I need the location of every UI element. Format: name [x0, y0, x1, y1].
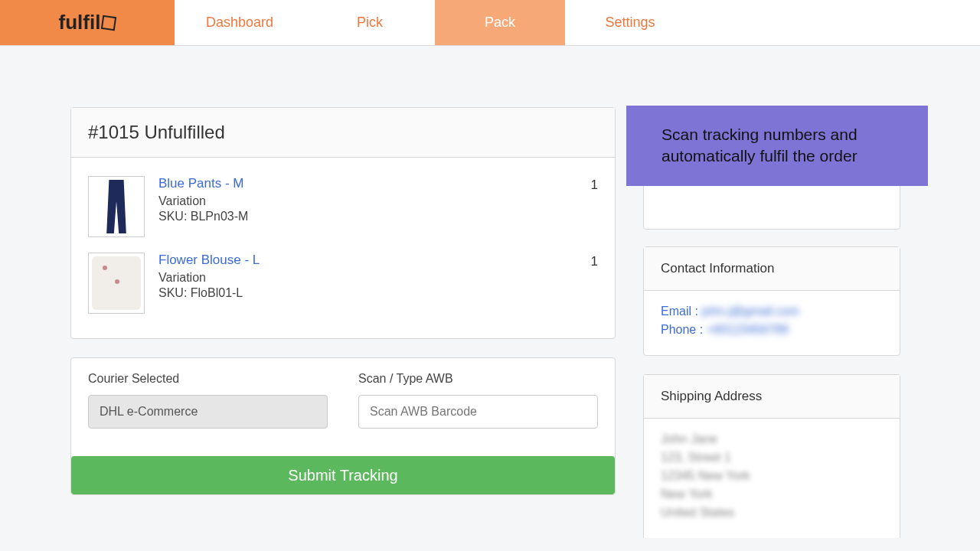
contact-email-line: Email : john.j@gmail.com	[661, 305, 883, 318]
awb-group: Scan / Type AWB	[358, 372, 598, 429]
nav-pick[interactable]: Pick	[305, 0, 435, 45]
submit-tracking-button[interactable]: Submit Tracking	[71, 456, 615, 494]
contact-card-body: Email : john.j@gmail.com Phone : +601234…	[644, 291, 900, 355]
main-column: #1015 Unfulfilled Blue Pants - M Variati…	[70, 107, 616, 514]
courier-card-body: Courier Selected Scan / Type AWB	[71, 358, 615, 442]
product-link[interactable]: Flower Blouse - L	[158, 253, 260, 268]
cart-icon	[101, 15, 116, 30]
shipping-card-body: John Jane 123, Street 1 12345 New York N…	[644, 419, 900, 538]
email-value: john.j@gmail.com	[701, 305, 799, 318]
blouse-icon	[92, 256, 141, 310]
shipping-line: 123, Street 1	[661, 451, 883, 465]
shipping-card: Shipping Address John Jane 123, Street 1…	[643, 374, 900, 538]
pants-icon	[92, 180, 141, 233]
order-card: #1015 Unfulfilled Blue Pants - M Variati…	[70, 107, 616, 339]
order-title: #1015 Unfulfilled	[88, 122, 598, 143]
phone-value: +60123456789	[707, 323, 789, 336]
brand-text: fulfil	[59, 11, 101, 34]
product-sku: SKU: FloBl01-L	[158, 286, 561, 300]
courier-selected-group: Courier Selected	[88, 372, 328, 429]
product-thumbnail	[88, 176, 145, 237]
product-thumbnail	[88, 253, 145, 314]
feature-callout: Scan tracking numbers and automatically …	[626, 106, 928, 186]
courier-card: Courier Selected Scan / Type AWB Submit …	[70, 357, 616, 495]
product-variation: Variation	[158, 194, 561, 208]
line-item: Blue Pants - M Variation SKU: BLPn03-M 1	[88, 171, 598, 248]
nav-label: Settings	[605, 15, 655, 31]
top-navbar: fulfil Dashboard Pick Pack Settings	[0, 0, 980, 46]
shipping-line: New York	[661, 487, 883, 501]
awb-input[interactable]	[358, 395, 598, 429]
side-column: Scan tracking numbers and automatically …	[643, 107, 900, 551]
item-quantity: 1	[575, 253, 598, 269]
contact-title: Contact Information	[661, 261, 883, 276]
contact-phone-line: Phone : +60123456789	[661, 323, 883, 337]
product-link[interactable]: Blue Pants - M	[158, 176, 244, 191]
nav-settings[interactable]: Settings	[565, 0, 695, 45]
nav-dashboard[interactable]: Dashboard	[175, 0, 305, 45]
shipping-title: Shipping Address	[661, 389, 883, 404]
shipping-line: John Jane	[661, 432, 883, 446]
contact-card-header: Contact Information	[644, 247, 900, 291]
contact-card: Contact Information Email : john.j@gmail…	[643, 246, 900, 356]
order-card-header: #1015 Unfulfilled	[71, 108, 615, 158]
shipping-line: 12345 New York	[661, 469, 883, 483]
order-items-body: Blue Pants - M Variation SKU: BLPn03-M 1…	[71, 158, 615, 338]
item-info: Blue Pants - M Variation SKU: BLPn03-M	[158, 176, 561, 225]
nav-pack[interactable]: Pack	[435, 0, 565, 45]
nav-label: Pack	[485, 15, 515, 31]
email-label: Email :	[661, 305, 698, 318]
shipping-card-header: Shipping Address	[644, 375, 900, 419]
item-quantity: 1	[575, 176, 598, 193]
brand-logo: fulfil	[59, 11, 116, 34]
nav-label: Pick	[357, 15, 383, 31]
nav-label: Dashboard	[206, 15, 273, 31]
product-variation: Variation	[158, 271, 561, 285]
shipping-line: United States	[661, 506, 883, 520]
line-item: Flower Blouse - L Variation SKU: FloBl01…	[88, 248, 598, 324]
brand-logo-box: fulfil	[0, 0, 175, 45]
item-info: Flower Blouse - L Variation SKU: FloBl01…	[158, 253, 561, 302]
courier-label: Courier Selected	[88, 372, 328, 386]
callout-text: Scan tracking numbers and automatically …	[662, 126, 858, 165]
phone-label: Phone :	[661, 323, 703, 336]
product-sku: SKU: BLPn03-M	[158, 210, 561, 223]
awb-label: Scan / Type AWB	[358, 372, 598, 386]
courier-selected-input[interactable]	[88, 395, 328, 429]
